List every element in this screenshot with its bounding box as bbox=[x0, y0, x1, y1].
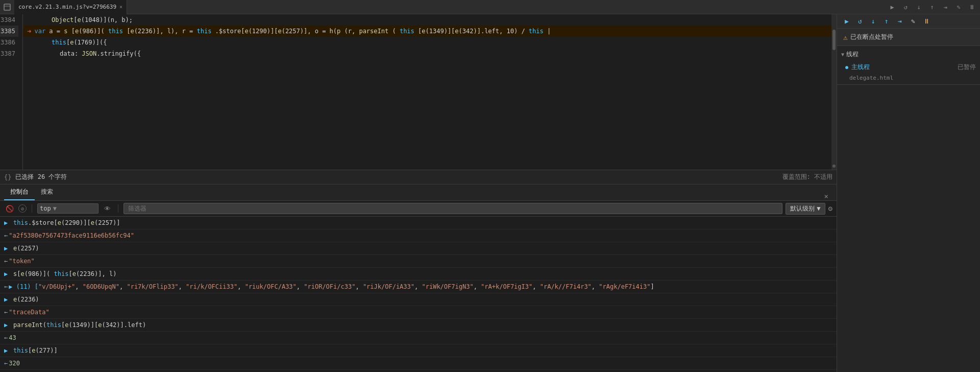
curly-braces-icon: {} bbox=[4, 174, 11, 181]
code-line-3386: this[e(1769)]({ bbox=[23, 37, 831, 48]
block-icon: ⊘ bbox=[18, 204, 27, 213]
console-toolbar: 🚫 ⊘ top ▼ 👁 默认级别 ▼ ⚙ bbox=[0, 200, 837, 217]
step-out-debug-button[interactable]: ↑ bbox=[881, 16, 892, 27]
expand-arrow-0[interactable]: ▶ bbox=[4, 218, 12, 228]
coverage-text: 覆盖范围: 不适用 bbox=[782, 173, 832, 181]
return-indicator-7: ← bbox=[4, 307, 8, 317]
debug-actions: ▶ ↺ ↓ ↑ ⇥ ✎ ⏸ bbox=[841, 16, 932, 27]
right-panel: ▶ ↺ ↓ ↑ ⇥ ✎ ⏸ ⚠ 已在断点处暂停 ▼ 线程 ● 主线程 bbox=[837, 14, 980, 372]
tab-close-button[interactable]: × bbox=[119, 4, 122, 10]
level-dropdown-icon: ▼ bbox=[817, 205, 820, 212]
toolbar-divider-2 bbox=[118, 204, 118, 213]
console-entry-10: ▶ this[e(277)] bbox=[0, 344, 837, 357]
eye-icon[interactable]: 👁 bbox=[102, 203, 113, 214]
step-over-button[interactable]: ↺ bbox=[899, 1, 912, 13]
close-console-button[interactable]: × bbox=[820, 192, 832, 200]
resume-debug-button[interactable]: ▶ bbox=[841, 16, 852, 27]
console-entry-11: ← 320 bbox=[0, 357, 837, 370]
line-number-3387: 3387 bbox=[0, 48, 18, 59]
breakpoint-message: 已在断点处暂停 bbox=[850, 33, 893, 41]
code-scrollbar-bottom bbox=[832, 165, 836, 168]
code-line-3385: ➜ var a = s [e(986)]( this [e(2236)], l)… bbox=[23, 26, 831, 37]
console-entry-12: ▶ e(277) bbox=[0, 370, 837, 372]
return-indicator-1: ← bbox=[4, 230, 8, 241]
main-area: 3384 3385 3386 3387 Object[e(1048)](n, b… bbox=[0, 14, 980, 372]
active-tab[interactable]: core.v2.21.3.min.js?v=2796639 × bbox=[14, 0, 127, 14]
main-thread-status: 已暂停 bbox=[958, 63, 976, 72]
main-thread-container: ● 主线程 已暂停 delegate.html bbox=[837, 61, 980, 82]
delegate-file-link[interactable]: delegate.html bbox=[841, 74, 980, 82]
console-entry-9: ← 43 bbox=[0, 332, 837, 344]
step-button[interactable]: ⇥ bbox=[939, 1, 951, 13]
line-number-3384: 3384 bbox=[0, 14, 18, 26]
threads-label: 线程 bbox=[846, 50, 859, 59]
console-entry-4: ▶ s[e(986)]( this[e(2236)], l) bbox=[0, 268, 837, 281]
console-entry-7: ← "traceData" bbox=[0, 306, 837, 319]
return-indicator-11: ← bbox=[4, 358, 8, 368]
threads-section: ▼ 线程 ● 主线程 已暂停 delegate.html bbox=[837, 46, 980, 85]
threads-section-header[interactable]: ▼ 线程 bbox=[837, 48, 980, 61]
expand-arrow-6[interactable]: ▶ bbox=[4, 294, 12, 305]
code-scrollbar[interactable] bbox=[831, 14, 837, 170]
pause-button[interactable]: ⏸ bbox=[966, 1, 978, 13]
step-debug-button[interactable]: ⇥ bbox=[894, 16, 905, 27]
console-entry-1: ← "a2f5380e7567473face9116e6b56fc94" bbox=[0, 229, 837, 242]
status-bar: {} 已选择 26 个字符 覆盖范围: 不适用 bbox=[0, 170, 837, 184]
filter-input[interactable] bbox=[124, 203, 782, 214]
settings-button[interactable]: ⚙ bbox=[828, 204, 832, 213]
console-entry-8: ▶ parseInt(this[e(1349)][e(342)].left) bbox=[0, 319, 837, 332]
code-panel: 3384 3385 3386 3387 Object[e(1048)](n, b… bbox=[0, 14, 837, 372]
console-entry-3: ← "token" bbox=[0, 255, 837, 268]
level-selector[interactable]: 默认级别 ▼ bbox=[786, 203, 825, 215]
step-into-debug-button[interactable]: ↓ bbox=[868, 16, 879, 27]
execution-arrow: ➜ bbox=[27, 26, 31, 37]
main-thread-item[interactable]: ● 主线程 已暂停 bbox=[841, 61, 980, 74]
threads-arrow-icon: ▼ bbox=[841, 52, 844, 57]
tab-label: core.v2.21.3.min.js?v=2796639 bbox=[18, 4, 116, 10]
line-number-3386: 3386 bbox=[0, 37, 18, 48]
step-out-button[interactable]: ↑ bbox=[926, 1, 938, 13]
toolbar-divider-1 bbox=[32, 204, 32, 213]
code-lines: Object[e(1048)](n, b); ➜ var a = s [e(98… bbox=[23, 14, 831, 59]
main-thread-name: 主线程 bbox=[851, 63, 870, 72]
edit-breakpoint-button[interactable]: ✎ bbox=[908, 16, 919, 27]
deactivate-breakpoints-button[interactable]: ✎ bbox=[952, 1, 965, 13]
console-output: ▶ this.$store[e(2290)][e(2257)] ← "a2f53… bbox=[0, 217, 837, 372]
svg-rect-0 bbox=[4, 4, 10, 10]
console-entry-2: ▶ e(2257) bbox=[0, 242, 837, 255]
thread-active-icon: ● bbox=[845, 64, 848, 70]
delegate-file-name: delegate.html bbox=[849, 75, 893, 81]
devtools-icon bbox=[0, 0, 14, 14]
context-selector[interactable]: top ▼ bbox=[37, 203, 99, 214]
line-number-3385: 3385 bbox=[0, 26, 18, 37]
line-numbers: 3384 3385 3386 3387 bbox=[0, 14, 23, 170]
code-scrollbar-thumb bbox=[832, 30, 836, 50]
step-into-button[interactable]: ↓ bbox=[913, 1, 925, 13]
step-over-debug-button[interactable]: ↺ bbox=[854, 16, 866, 27]
console-entry-5: ← ▶ (11) ["v/D6Upj+", "6OD6UpqN", "ri7k/… bbox=[0, 281, 837, 293]
pause-debug-button[interactable]: ⏸ bbox=[921, 16, 932, 27]
selection-count: 已选择 26 个字符 bbox=[15, 173, 67, 181]
expand-arrow-8[interactable]: ▶ bbox=[4, 320, 12, 330]
console-entry-0: ▶ this.$store[e(2290)][e(2257)] bbox=[0, 217, 837, 229]
tab-console[interactable]: 控制台 bbox=[4, 184, 35, 200]
expand-arrow-2[interactable]: ▶ bbox=[4, 243, 12, 253]
context-dropdown-icon: ▼ bbox=[53, 205, 57, 212]
code-content: Object[e(1048)](n, b); ➜ var a = s [e(98… bbox=[23, 14, 831, 170]
expand-arrow-4[interactable]: ▶ bbox=[4, 269, 12, 279]
resume-button[interactable]: ▶ bbox=[886, 1, 898, 13]
return-indicator-9: ← bbox=[4, 333, 8, 343]
return-indicator-5: ← bbox=[4, 282, 8, 292]
return-indicator-3: ← bbox=[4, 256, 8, 266]
level-value: 默认级别 bbox=[790, 204, 815, 213]
clear-console-button[interactable]: 🚫 bbox=[4, 203, 15, 214]
tab-actions: ▶ ↺ ↓ ↑ ⇥ ✎ ⏸ bbox=[884, 1, 980, 13]
tab-bar: core.v2.21.3.min.js?v=2796639 × ▶ ↺ ↓ ↑ … bbox=[0, 0, 980, 14]
debug-header: ▶ ↺ ↓ ↑ ⇥ ✎ ⏸ bbox=[837, 14, 980, 29]
tab-search[interactable]: 搜索 bbox=[35, 184, 59, 200]
code-line-3384: Object[e(1048)](n, b); bbox=[23, 14, 831, 26]
expand-arrow-10[interactable]: ▶ bbox=[4, 345, 12, 356]
code-editor: 3384 3385 3386 3387 Object[e(1048)](n, b… bbox=[0, 14, 837, 170]
warning-icon: ⚠ bbox=[843, 33, 847, 41]
console-tabs: 控制台 搜索 × bbox=[0, 184, 837, 200]
